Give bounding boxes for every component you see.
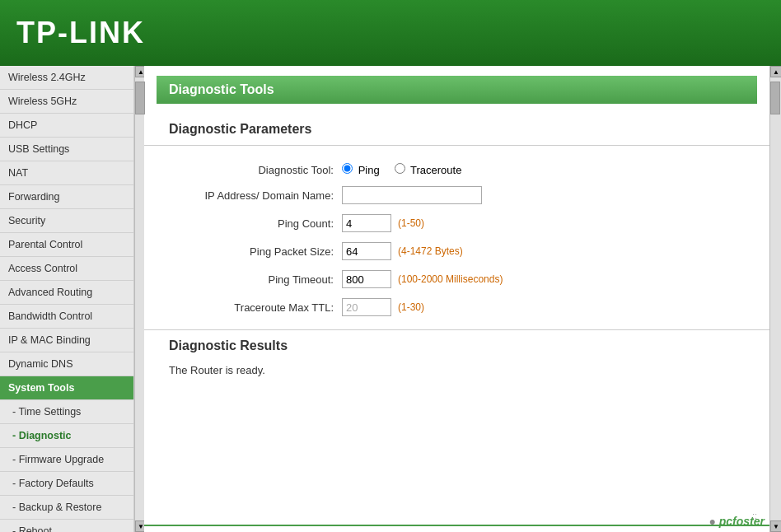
sidebar-item-time-settings[interactable]: - Time Settings <box>0 400 133 424</box>
right-scroll-thumb[interactable] <box>770 82 780 114</box>
bottom-bar: Start <box>144 525 769 532</box>
traceroute-ttl-label: Traceroute Max TTL: <box>161 301 342 314</box>
ping-count-row: Ping Count: (1-50) <box>161 209 753 237</box>
content-wrapper: Diagnostic Tools Diagnostic Parameters D… <box>144 66 781 532</box>
sidebar-scroll-thumb[interactable] <box>135 82 145 114</box>
ping-count-control: (1-50) <box>342 214 424 232</box>
ping-radio[interactable] <box>342 163 353 174</box>
diagnostic-tool-label: Diagnostic Tool: <box>161 164 342 176</box>
results-text: The Router is ready. <box>169 360 753 380</box>
traceroute-radio[interactable] <box>395 163 405 174</box>
sidebar-item-wireless-24[interactable]: Wireless 2.4GHz <box>0 66 133 90</box>
sidebar-item-factory-defaults[interactable]: - Factory Defaults <box>0 472 133 496</box>
traceroute-ttl-control: (1-30) <box>342 298 424 316</box>
ping-timeout-input[interactable] <box>342 270 391 288</box>
main-layout: Wireless 2.4GHzWireless 5GHzDHCPUSB Sett… <box>0 66 781 532</box>
sidebar-item-advanced-routing[interactable]: Advanced Routing <box>0 281 133 305</box>
traceroute-label: Traceroute <box>410 164 461 176</box>
sidebar-item-security[interactable]: Security <box>0 209 133 233</box>
diagnostic-tool-control: Ping Traceroute <box>342 163 461 176</box>
sidebar-item-ip-mac-binding[interactable]: IP & MAC Binding <box>0 329 133 352</box>
ping-packet-input[interactable] <box>342 242 391 260</box>
sidebar-item-wireless-5[interactable]: Wireless 5GHz <box>0 90 133 114</box>
header: TP-LINK <box>0 0 781 66</box>
sidebar-item-dhcp[interactable]: DHCP <box>0 114 133 138</box>
right-scroll-up[interactable]: ▲ <box>770 66 781 77</box>
watermark: ● pcfoster <box>709 515 765 528</box>
ip-control <box>342 186 482 204</box>
ip-input[interactable] <box>342 186 482 204</box>
ping-count-label: Ping Count: <box>161 217 342 230</box>
sidebar: Wireless 2.4GHzWireless 5GHzDHCPUSB Sett… <box>0 66 134 532</box>
sidebar-item-access-control[interactable]: Access Control <box>0 257 133 281</box>
sidebar-item-bandwidth-control[interactable]: Bandwidth Control <box>0 305 133 329</box>
ping-packet-hint: (4-1472 Bytes) <box>398 245 463 257</box>
sidebar-wrapper: Wireless 2.4GHzWireless 5GHzDHCPUSB Sett… <box>0 66 144 532</box>
ping-radio-label[interactable]: Ping <box>342 163 380 176</box>
sidebar-item-reboot[interactable]: - Reboot <box>0 520 133 532</box>
ping-packet-row: Ping Packet Size: (4-1472 Bytes) <box>161 237 753 265</box>
ip-row: IP Address/ Domain Name: <box>161 181 753 209</box>
right-scroll-down[interactable]: ▼ <box>770 520 781 532</box>
sidebar-item-diagnostic[interactable]: - Diagnostic <box>0 424 133 448</box>
results-title: Diagnostic Results <box>169 338 753 353</box>
logo: TP-LINK <box>16 16 145 50</box>
sidebar-item-forwarding[interactable]: Forwarding <box>0 185 133 209</box>
ping-count-input[interactable] <box>342 214 391 232</box>
sidebar-item-firmware-upgrade[interactable]: - Firmware Upgrade <box>0 448 133 472</box>
right-scrollbar[interactable]: ▲ ▼ <box>769 66 781 532</box>
traceroute-ttl-input[interactable] <box>342 298 391 316</box>
ping-timeout-row: Ping Timeout: (100-2000 Milliseconds) <box>161 265 753 293</box>
sidebar-item-parental-control[interactable]: Parental Control <box>0 233 133 257</box>
ping-label: Ping <box>358 164 380 176</box>
diagnostic-tool-row: Diagnostic Tool: Ping Traceroute <box>161 158 753 181</box>
ping-timeout-control: (100-2000 Milliseconds) <box>342 270 503 288</box>
traceroute-radio-label[interactable]: Traceroute <box>395 163 462 176</box>
ping-timeout-hint: (100-2000 Milliseconds) <box>398 273 503 285</box>
ping-packet-control: (4-1472 Bytes) <box>342 242 463 260</box>
watermark-text: pcfoster <box>719 515 765 528</box>
sidebar-item-nat[interactable]: NAT <box>0 161 133 185</box>
ping-timeout-label: Ping Timeout: <box>161 273 342 286</box>
results-area: The Router is ready. <box>169 360 753 483</box>
sidebar-item-backup-restore[interactable]: - Backup & Restore <box>0 496 133 520</box>
params-title: Diagnostic Parameters <box>144 114 769 146</box>
form-table: Diagnostic Tool: Ping Traceroute <box>144 154 769 325</box>
content-area: Diagnostic Tools Diagnostic Parameters D… <box>144 66 769 532</box>
right-scroll-track <box>770 77 781 520</box>
sidebar-scroll-track <box>135 77 144 520</box>
resize-area: :: <box>144 492 769 525</box>
results-section: Diagnostic Results The Router is ready. <box>144 329 769 492</box>
traceroute-ttl-hint: (1-30) <box>398 301 424 313</box>
sidebar-item-dynamic-dns[interactable]: Dynamic DNS <box>0 352 133 376</box>
ping-packet-label: Ping Packet Size: <box>161 245 342 258</box>
page-title: Diagnostic Tools <box>157 76 757 104</box>
sidebar-item-system-tools[interactable]: System Tools <box>0 376 133 400</box>
sidebar-scrollbar[interactable]: ▲ ▼ <box>134 66 144 532</box>
sidebar-item-usb-settings[interactable]: USB Settings <box>0 138 133 161</box>
ip-label: IP Address/ Domain Name: <box>161 189 342 202</box>
ping-count-hint: (1-50) <box>398 217 424 229</box>
traceroute-ttl-row: Traceroute Max TTL: (1-30) <box>161 293 753 321</box>
